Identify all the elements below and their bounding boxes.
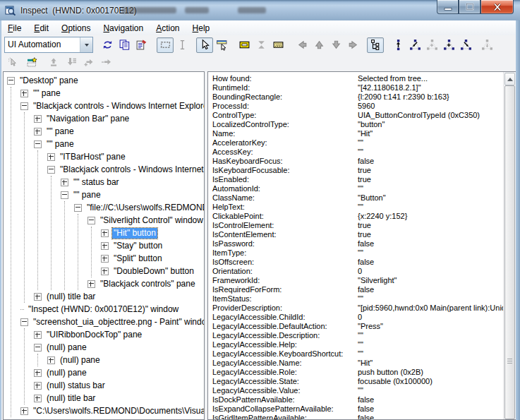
expand-plus-icon[interactable] [34, 331, 42, 339]
tree-item-label[interactable]: "Inspect (HWND: 0x00170E12)" window [27, 304, 180, 315]
tree-item[interactable]: "" status bar [61, 176, 204, 188]
tree-item[interactable]: "DoubleDown" button [101, 265, 204, 277]
tree-item[interactable]: "" pane [61, 188, 204, 201]
titlebar[interactable]: Inspect (HWND: 0x00170E12) [0, 0, 520, 20]
expand-plus-icon[interactable] [61, 179, 68, 186]
tree-item-label[interactable]: (null) title bar [45, 393, 97, 404]
highlight-toggle-button[interactable] [157, 37, 174, 53]
expand-plus-icon[interactable] [34, 115, 42, 123]
tree-item[interactable]: "C:\Users\wolfs.REDMOND\Documents\Visual [20, 404, 204, 417]
tree-item[interactable]: "Inspect (HWND: 0x00170E12)" window [20, 303, 204, 316]
expand-plus-icon[interactable] [47, 356, 55, 364]
tree-item-label[interactable]: (null) pane [45, 342, 88, 353]
copy-button[interactable] [116, 37, 133, 53]
expand-plus-icon[interactable] [101, 229, 109, 237]
tree-item-label[interactable]: "DoubleDown" button [112, 266, 195, 277]
tree-item[interactable]: "Desktop" pane [7, 74, 204, 87]
tree-item[interactable]: "Silverlight Control" window [87, 214, 204, 227]
scrollbar-thumb[interactable] [504, 85, 515, 419]
tree-item-label[interactable]: "C:\Users\wolfs.REDMOND\Documents\Visual [32, 406, 204, 416]
goto-next-sibling-button[interactable] [440, 37, 457, 53]
collapse-minus-icon[interactable] [34, 140, 42, 148]
show-caret-rect-button[interactable] [270, 37, 286, 53]
tree-item-label[interactable]: "" status bar [72, 177, 121, 188]
tree-item-label[interactable]: "Blackjack controls" pane [99, 279, 197, 289]
expand-plus-icon[interactable] [34, 369, 42, 377]
expand-plus-icon[interactable] [101, 255, 109, 263]
show-highlight-rect-button[interactable] [236, 37, 253, 53]
collapse-minus-icon[interactable] [47, 166, 55, 174]
hover-mode-button[interactable] [213, 37, 230, 53]
tree-item[interactable]: (null) pane [34, 341, 204, 354]
tree-item[interactable]: "Blackjack controls" pane [87, 277, 204, 290]
tree-view-mode-button[interactable] [367, 37, 384, 53]
tree-item[interactable]: "screenshot_uia_objecttree.png - Paint" … [20, 316, 204, 328]
menu-options[interactable]: Options [55, 22, 97, 35]
collapse-minus-icon[interactable] [34, 344, 42, 352]
tree-item-label[interactable]: (null) pane [45, 368, 88, 378]
expand-plus-icon[interactable] [101, 242, 109, 250]
tree-item[interactable]: "Hit" button [101, 227, 204, 239]
expand-plus-icon[interactable] [47, 153, 55, 161]
tree-item[interactable]: "ITBarHost" pane [47, 150, 204, 163]
tree-item-label[interactable]: "Blackjack controls - Windows Internet E… [59, 164, 204, 175]
maximize-button[interactable] [459, 0, 480, 14]
collapse-minus-icon[interactable] [74, 204, 82, 212]
tree-item-label[interactable]: "Blackjack controls - Windows Internet E… [32, 101, 204, 112]
menu-help[interactable]: Help [186, 22, 217, 35]
tree-item[interactable]: "UIRibbonDockTop" pane [34, 328, 204, 341]
tree-item[interactable]: (null) pane [47, 354, 204, 366]
expand-plus-icon[interactable] [34, 382, 42, 390]
tree-item[interactable]: "Navigation Bar" pane [34, 112, 204, 125]
tree-item-label[interactable]: "UIRibbonDockTop" pane [45, 330, 143, 340]
tree-item-label[interactable]: "" pane [32, 88, 62, 99]
selection-mode-button[interactable] [196, 37, 213, 53]
tree-item[interactable]: "Blackjack controls - Windows Internet E… [47, 163, 204, 176]
tree-item[interactable]: "file://C:\Users\wolfs.REDMOND [74, 201, 204, 214]
expand-plus-icon[interactable] [34, 128, 42, 136]
tree-item[interactable]: "" pane [34, 138, 204, 150]
scroll-up-button[interactable] [504, 73, 515, 85]
collapse-minus-icon[interactable] [20, 318, 28, 326]
uia-tree-panel[interactable]: "Desktop" pane"" pane"Blackjack controls… [3, 71, 205, 420]
tree-item[interactable]: "Blackjack controls - Windows Internet E… [20, 100, 204, 112]
collapse-minus-icon[interactable] [7, 77, 15, 85]
tree-item[interactable]: (null) pane [34, 366, 204, 379]
tree-item[interactable]: "Stay" button [101, 239, 204, 252]
menu-navigation[interactable]: Navigation [97, 22, 150, 35]
tree-item[interactable]: (null) status bar [34, 379, 204, 392]
tree-item-label[interactable]: "Silverlight Control" window [99, 215, 204, 226]
tree-item[interactable]: (null) title bar [34, 290, 204, 303]
tree-item-label[interactable]: "Stay" button [112, 241, 164, 251]
properties-scrollbar[interactable] [503, 72, 516, 419]
properties-button[interactable] [133, 37, 150, 53]
goto-last-child-button[interactable] [457, 37, 474, 53]
tree-item-label[interactable]: "file://C:\Users\wolfs.REDMOND [85, 203, 204, 213]
menu-action[interactable]: Action [150, 22, 186, 35]
tree-item[interactable]: (null) title bar [34, 392, 204, 404]
tree-item-label[interactable]: "ITBarHost" pane [59, 152, 127, 162]
tree-item[interactable]: "" pane [34, 125, 204, 138]
expand-plus-icon[interactable] [101, 268, 109, 275]
menu-edit[interactable]: Edit [28, 22, 55, 35]
tree-item[interactable]: "Split" button [101, 252, 204, 265]
combobox-dropdown-button[interactable] [80, 37, 92, 52]
refresh-button[interactable] [99, 37, 116, 53]
tree-item-label-selected[interactable]: "Hit" button [112, 228, 157, 239]
tree-item-label[interactable]: (null) status bar [45, 380, 107, 391]
expand-plus-icon[interactable] [87, 280, 95, 288]
tree-item-label[interactable]: "screenshot_uia_objecttree.png - Paint" … [32, 317, 204, 328]
api-mode-selector-combobox[interactable]: UI Automation [4, 37, 93, 53]
collapse-minus-icon[interactable] [87, 217, 95, 224]
tree-item-label[interactable]: "Split" button [112, 253, 164, 264]
menu-file[interactable]: File [1, 22, 28, 35]
tree-item-label[interactable]: "" pane [45, 126, 75, 137]
collapse-minus-icon[interactable] [61, 191, 68, 199]
tree-item-label[interactable]: "Navigation Bar" pane [45, 114, 131, 124]
expand-plus-icon[interactable] [34, 395, 42, 402]
properties-panel[interactable]: How found:Selected from tree...RuntimeId… [207, 71, 516, 420]
close-button[interactable] [480, 0, 514, 14]
tree-item[interactable]: "" pane [20, 87, 204, 100]
expand-plus-icon[interactable] [20, 407, 28, 415]
tree-item-label[interactable]: "" pane [72, 190, 102, 200]
